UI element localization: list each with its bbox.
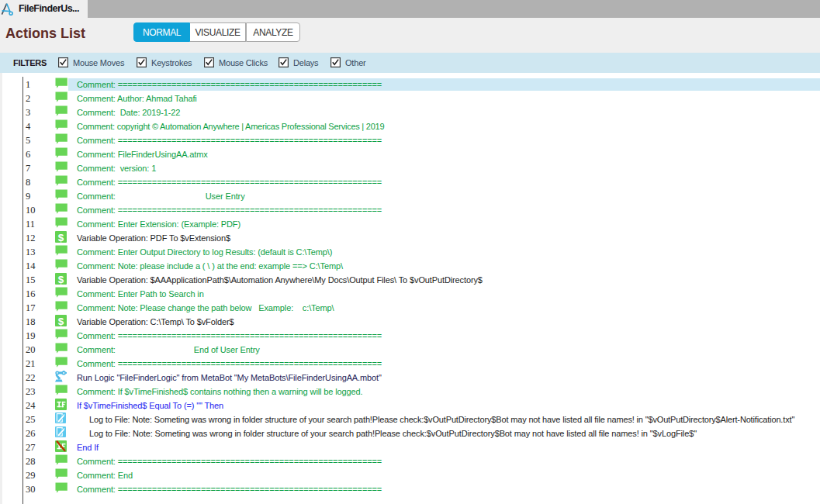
svg-text:$: $ <box>58 232 64 243</box>
svg-text:$: $ <box>58 274 64 285</box>
svg-text:$: $ <box>58 316 64 326</box>
